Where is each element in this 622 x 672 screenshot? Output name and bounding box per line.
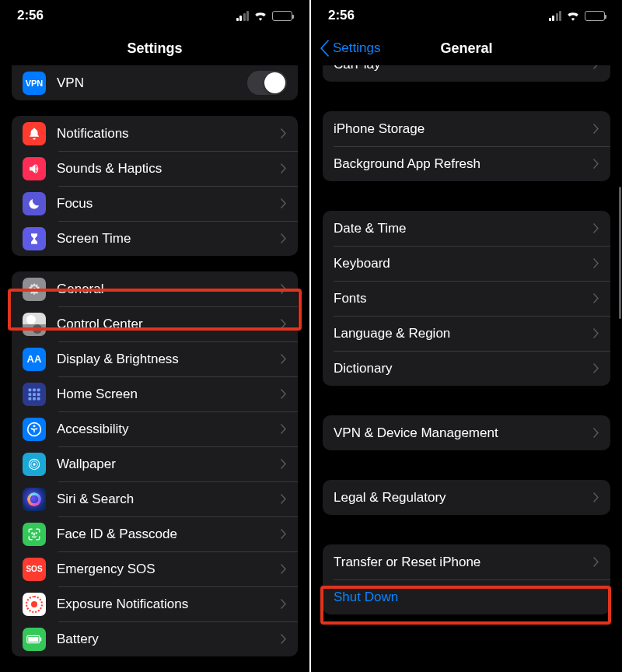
settings-group: General Control Center AA Display & Brig… (12, 271, 298, 656)
row-accessibility[interactable]: Accessibility (12, 411, 298, 446)
row-dictionary[interactable]: Dictionary (323, 351, 610, 386)
status-icons (549, 10, 606, 21)
row-home-screen[interactable]: Home Screen (12, 376, 298, 411)
chevron-right-icon (593, 223, 599, 233)
svg-point-10 (33, 425, 36, 427)
page-title: General (440, 40, 492, 57)
chevron-right-icon (593, 328, 599, 338)
moon-icon (23, 192, 46, 215)
row-general[interactable]: General (12, 271, 298, 306)
general-screen: 2:56 Settings General CarPlay (311, 0, 622, 672)
switches-icon (23, 313, 46, 336)
status-bar: 2:56 (311, 0, 622, 31)
row-focus[interactable]: Focus (12, 186, 298, 221)
row-siri-search[interactable]: Siri & Search (12, 481, 298, 516)
faceid-icon (23, 523, 46, 546)
chevron-right-icon (281, 599, 287, 609)
bell-icon (23, 122, 46, 145)
chevron-right-icon (593, 159, 599, 169)
wifi-icon (566, 10, 580, 21)
chevron-left-icon (319, 40, 330, 57)
chevron-right-icon (281, 494, 287, 504)
row-control-center[interactable]: Control Center (12, 306, 298, 341)
status-bar: 2:56 (0, 0, 309, 31)
row-legal-regulatory[interactable]: Legal & Regulatory (323, 480, 610, 515)
svg-point-13 (33, 463, 35, 465)
chevron-right-icon (593, 65, 599, 69)
cellular-signal-icon (549, 11, 562, 21)
row-carplay[interactable]: CarPlay (323, 65, 610, 82)
settings-screen: 2:56 Settings VPN VPN (0, 0, 311, 672)
row-vpn-device-mgmt[interactable]: VPN & Device Management (323, 415, 610, 450)
chevron-right-icon (281, 319, 287, 329)
chevron-right-icon (281, 529, 287, 539)
page-title: Settings (127, 40, 182, 57)
gear-icon (23, 278, 46, 301)
svg-point-14 (32, 533, 33, 534)
settings-group: Notifications Sounds & Haptics Focus (12, 116, 298, 256)
row-display-brightness[interactable]: AA Display & Brightness (12, 341, 298, 376)
row-date-time[interactable]: Date & Time (323, 211, 610, 246)
chevron-right-icon (593, 428, 599, 438)
sos-icon: SOS (23, 558, 46, 581)
settings-content[interactable]: VPN VPN Notifications Sounds & Haptics (0, 65, 309, 672)
row-background-app-refresh[interactable]: Background App Refresh (323, 146, 610, 181)
svg-rect-4 (33, 393, 36, 396)
back-button[interactable]: Settings (319, 31, 380, 65)
row-shut-down[interactable]: Shut Down (323, 579, 610, 614)
chevron-right-icon (281, 389, 287, 399)
siri-icon (23, 488, 46, 511)
nav-bar: Settings General (311, 31, 622, 65)
row-iphone-storage[interactable]: iPhone Storage (323, 111, 610, 146)
status-icons (236, 10, 293, 21)
row-sounds-haptics[interactable]: Sounds & Haptics (12, 151, 298, 186)
scroll-indicator[interactable] (619, 187, 621, 319)
apps-grid-icon (23, 383, 46, 406)
wifi-icon (253, 10, 267, 21)
row-wallpaper[interactable]: Wallpaper (12, 446, 298, 481)
text-size-icon: AA (23, 348, 46, 371)
nav-bar: Settings (0, 31, 309, 65)
chevron-right-icon (281, 284, 287, 294)
general-content[interactable]: CarPlay iPhone Storage Background App Re… (311, 65, 622, 672)
svg-rect-18 (28, 636, 38, 641)
accessibility-icon (23, 418, 46, 441)
row-language-region[interactable]: Language & Region (323, 316, 610, 351)
status-time: 2:56 (17, 8, 44, 23)
chevron-right-icon (281, 424, 287, 434)
chevron-right-icon (593, 492, 599, 502)
row-label: VPN (57, 75, 247, 91)
chevron-right-icon (281, 198, 287, 208)
battery-icon (585, 11, 605, 21)
chevron-right-icon (281, 354, 287, 364)
speaker-icon (23, 157, 46, 180)
row-keyboard[interactable]: Keyboard (323, 246, 610, 281)
battery-icon (272, 11, 292, 21)
svg-rect-7 (33, 397, 36, 400)
row-face-id[interactable]: Face ID & Passcode (12, 516, 298, 551)
row-fonts[interactable]: Fonts (323, 281, 610, 316)
vpn-icon: VPN (23, 72, 46, 95)
svg-rect-5 (37, 393, 40, 396)
chevron-right-icon (281, 564, 287, 574)
svg-rect-1 (33, 388, 36, 391)
svg-rect-2 (37, 388, 40, 391)
svg-rect-6 (29, 397, 32, 400)
svg-point-15 (36, 533, 37, 534)
row-notifications[interactable]: Notifications (12, 116, 298, 151)
row-battery[interactable]: Battery (12, 621, 298, 656)
svg-rect-8 (37, 397, 40, 400)
row-emergency-sos[interactable]: SOS Emergency SOS (12, 551, 298, 586)
row-exposure[interactable]: Exposure Notifications (12, 586, 298, 621)
chevron-right-icon (281, 163, 287, 173)
row-screen-time[interactable]: Screen Time (12, 221, 298, 256)
battery-icon (23, 628, 46, 651)
cellular-signal-icon (236, 11, 250, 21)
row-transfer-reset[interactable]: Transfer or Reset iPhone (323, 544, 610, 579)
chevron-right-icon (593, 258, 599, 268)
vpn-toggle[interactable] (247, 71, 287, 95)
svg-rect-0 (29, 388, 32, 391)
row-vpn[interactable]: VPN VPN (12, 65, 298, 100)
chevron-right-icon (281, 459, 287, 469)
chevron-right-icon (593, 293, 599, 303)
